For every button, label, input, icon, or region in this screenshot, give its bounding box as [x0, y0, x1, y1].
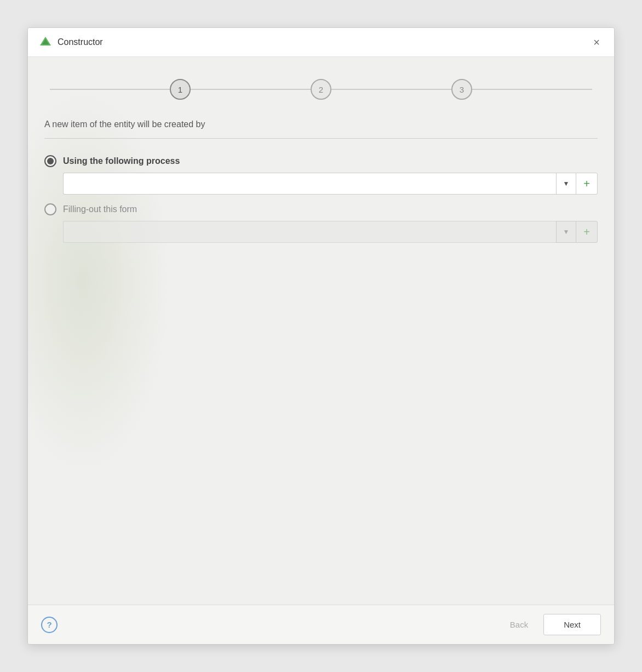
background-decoration	[28, 90, 170, 474]
dialog-content: 1 2 3 A new item of the entity will be c…	[28, 57, 614, 605]
step-line-1-2	[191, 89, 311, 90]
radio-process[interactable]	[44, 155, 56, 167]
process-dropdown-arrow[interactable]: ▼	[556, 173, 576, 195]
option-row-form: Filling-out this form ▼ +	[44, 203, 598, 243]
title-left: Constructor	[39, 36, 103, 49]
step-line-after-3	[472, 89, 592, 90]
constructor-dialog: Constructor × 1 2 3 A new item of the en…	[27, 27, 615, 645]
footer-right: Back Next	[501, 614, 601, 635]
option-process-label: Using the following process	[63, 156, 180, 166]
process-dropdown[interactable]	[63, 173, 556, 195]
next-button[interactable]: Next	[543, 614, 601, 635]
form-dropdown[interactable]	[63, 221, 556, 243]
app-logo-icon	[39, 36, 52, 49]
dialog-title: Constructor	[58, 37, 103, 47]
option-label-row-process: Using the following process	[44, 155, 598, 167]
process-add-button[interactable]: +	[576, 173, 598, 195]
dropdown-row-form: ▼ +	[63, 221, 598, 243]
step-line-before-1	[50, 89, 170, 90]
option-row-process: Using the following process ▼ +	[44, 155, 598, 195]
radio-form[interactable]	[44, 203, 56, 215]
step-line-2-3	[331, 89, 451, 90]
title-bar: Constructor ×	[28, 28, 614, 57]
form-add-button[interactable]: +	[576, 221, 598, 243]
stepper: 1 2 3	[44, 79, 598, 100]
close-button[interactable]: ×	[590, 36, 603, 49]
footer: ? Back Next	[28, 605, 614, 644]
step-3: 3	[451, 79, 472, 100]
help-button[interactable]: ?	[41, 617, 58, 633]
option-form-label: Filling-out this form	[63, 204, 137, 214]
form-dropdown-arrow[interactable]: ▼	[556, 221, 576, 243]
dropdown-row-process: ▼ +	[63, 173, 598, 195]
step-1: 1	[170, 79, 191, 100]
back-button[interactable]: Back	[501, 616, 537, 634]
section-divider	[44, 138, 598, 139]
step-2: 2	[311, 79, 331, 100]
options-area: Using the following process ▼ + Filling-…	[44, 155, 598, 243]
section-description: A new item of the entity will be created…	[44, 119, 598, 129]
option-label-row-form: Filling-out this form	[44, 203, 598, 215]
